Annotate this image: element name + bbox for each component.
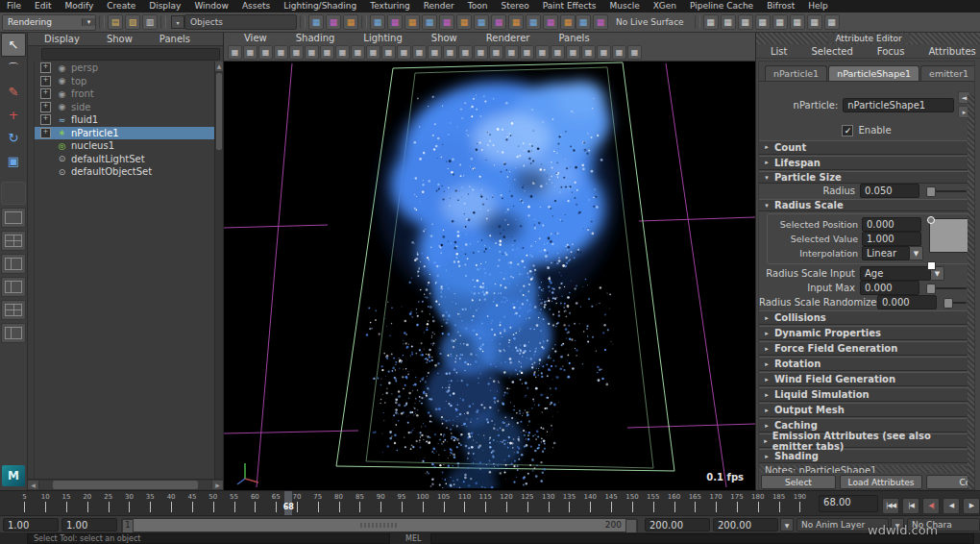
attr-section-header[interactable]: ▸ Count xyxy=(759,140,974,155)
viewport-menu-item[interactable]: Show xyxy=(425,32,464,44)
attr-editor-menu-item[interactable]: Attributes xyxy=(921,45,980,58)
menu-item[interactable]: Toon xyxy=(461,0,495,12)
gate-mask-icon[interactable]: ▦ xyxy=(504,45,519,60)
render-view-icon[interactable]: ▦ xyxy=(703,14,719,30)
tool-button[interactable]: ↖ xyxy=(1,33,26,57)
persp-graph-layout-button[interactable] xyxy=(1,277,26,297)
attr-editor-menu-item[interactable]: Selected xyxy=(804,45,859,58)
expand-toggle[interactable]: + xyxy=(40,128,51,138)
select-by-object-icon[interactable]: ▦ xyxy=(326,14,341,30)
smooth-shade-icon[interactable]: ▦ xyxy=(335,45,350,60)
rigid-body-icon[interactable]: ▦ xyxy=(593,14,608,30)
tool-button[interactable]: ⌒ xyxy=(2,58,25,80)
animation-start-field[interactable]: 1.00 xyxy=(3,518,59,532)
field-chart-icon[interactable]: ▦ xyxy=(474,45,488,60)
menu-item[interactable]: Create xyxy=(100,0,142,12)
tool-button[interactable]: ✎ xyxy=(2,81,25,103)
camera-attributes-icon[interactable]: ▦ xyxy=(228,45,242,60)
radius-scale-randomize-slider[interactable] xyxy=(944,302,967,304)
hypershade-icon[interactable]: ▦ xyxy=(790,14,805,30)
snap-grid-icon[interactable]: ▦ xyxy=(370,14,385,30)
selection-mask-dropdown[interactable]: ▾ xyxy=(171,15,184,29)
light-editor-icon[interactable]: ▦ xyxy=(807,14,822,30)
menu-item[interactable]: XGen xyxy=(647,0,683,12)
motion-blur-icon[interactable]: ▦ xyxy=(412,45,427,60)
viewport-menu-item[interactable]: Shading xyxy=(289,32,342,44)
menu-item[interactable]: Help xyxy=(801,0,835,12)
last-tool-slot[interactable] xyxy=(1,182,26,205)
use-lights-icon[interactable]: ▦ xyxy=(366,45,380,60)
attr-section-header[interactable]: ▸ Output Mesh xyxy=(759,403,974,417)
step-back-frame-button[interactable]: |◀ xyxy=(902,498,919,514)
input-max-field[interactable]: 0.000 xyxy=(860,281,919,295)
play-forwards-button[interactable]: ▶ xyxy=(963,498,980,514)
playback-end-field[interactable]: 200.00 xyxy=(645,518,710,532)
tool-button[interactable]: ↻ xyxy=(2,127,25,149)
notes-section[interactable]: Notes: nParticleShape1 xyxy=(759,465,974,473)
camera-lock-icon[interactable]: ▦ xyxy=(305,45,319,60)
command-mode-label[interactable]: MEL xyxy=(405,534,421,543)
construction-history-icon[interactable]: ▦ xyxy=(508,14,524,30)
menu-item[interactable]: Render xyxy=(417,0,461,12)
chevron-down-icon[interactable]: ▼ xyxy=(910,246,923,260)
menu-item[interactable]: Pipeline Cache xyxy=(683,0,760,12)
xray-joints-icon[interactable]: ▦ xyxy=(581,45,596,60)
attr-section-header[interactable]: ▸ Liquid Simulation xyxy=(759,387,974,402)
outliner-filter-field[interactable] xyxy=(41,48,220,61)
image-plane-icon[interactable]: ▦ xyxy=(258,45,273,60)
outliner-menu-item[interactable]: Display xyxy=(37,33,86,45)
expand-toggle[interactable]: + xyxy=(40,102,51,112)
outliner-item[interactable]: ⊙ defaultLightSet xyxy=(35,153,223,166)
outliner-horizontal-scrollbar[interactable]: ◀ ▶ xyxy=(28,479,223,490)
snap-point-icon[interactable]: ▦ xyxy=(404,14,420,30)
screen-ao-icon[interactable]: ▦ xyxy=(397,45,411,60)
attr-editor-tab[interactable]: nParticle1 xyxy=(765,65,827,81)
step-back-key-button[interactable]: ◀| xyxy=(922,498,940,514)
attr-section-header[interactable]: ▸ Collisions xyxy=(759,310,974,325)
attr-section-header[interactable]: ▸ Emission Attributes (see also emitter … xyxy=(759,433,974,448)
attribute-editor-title-bar[interactable]: Attribute Editor xyxy=(756,32,980,44)
menu-item[interactable]: Lighting/Shading xyxy=(277,0,363,12)
outliner-vertical-scrollbar[interactable]: ▲ xyxy=(214,62,223,479)
highlight-selection-icon[interactable]: ▦ xyxy=(551,45,565,60)
ramp-key-marker[interactable] xyxy=(927,216,935,224)
safe-action-icon[interactable]: ▦ xyxy=(520,45,534,60)
play-backwards-button[interactable]: ◀ xyxy=(943,498,960,514)
input-max-slider[interactable] xyxy=(927,287,967,289)
animation-end-field[interactable]: 200.00 xyxy=(713,518,778,532)
menu-item[interactable]: Muscle xyxy=(603,0,647,12)
output-connections-icon[interactable]: ▦ xyxy=(491,14,506,30)
radius-field[interactable]: 0.050 xyxy=(860,184,919,198)
interpolation-dropdown[interactable]: Linear ▼ xyxy=(862,246,923,260)
menu-item[interactable]: Assets xyxy=(235,0,277,12)
expand-toggle[interactable]: + xyxy=(40,114,51,125)
scroll-right-icon[interactable]: ▶ xyxy=(212,481,223,489)
load-attributes-button[interactable]: Load Attributes xyxy=(840,475,922,489)
safe-title-icon[interactable]: ▦ xyxy=(535,45,550,60)
select-by-hierarchy-icon[interactable]: ▦ xyxy=(308,14,324,30)
multisample-icon[interactable]: ▦ xyxy=(428,45,442,60)
menu-item[interactable]: Bifrost xyxy=(760,0,801,12)
four-pane-layout-button[interactable] xyxy=(1,231,26,251)
persp-outliner-layout-button[interactable] xyxy=(1,254,26,274)
range-grip[interactable] xyxy=(360,523,399,528)
magnet-live-icon[interactable]: ▦ xyxy=(576,14,591,30)
expand-toggle[interactable]: + xyxy=(40,88,51,99)
chevron-down-icon[interactable]: ▾ xyxy=(82,18,95,26)
timeline-scrubber[interactable]: 5101520253035404550556065707580859095100… xyxy=(0,491,813,516)
attr-editor-tab[interactable]: nParticleShape1 xyxy=(828,65,919,81)
menu-set-selector[interactable]: Rendering ▾ xyxy=(2,14,96,31)
chevron-down-icon[interactable]: ▼ xyxy=(780,518,794,532)
outliner-item[interactable]: + ◉ side xyxy=(35,101,223,114)
attr-editor-menu-item[interactable]: Focus xyxy=(870,45,912,58)
outliner-item[interactable]: + ◉ front xyxy=(35,87,223,101)
launch-render-icon[interactable]: ▦ xyxy=(772,14,788,30)
select-by-component-icon[interactable]: ▦ xyxy=(343,14,358,30)
attr-section-header[interactable]: ▸ Lifespan xyxy=(759,156,974,170)
outliner-item[interactable]: ⊙ defaultObjectSet xyxy=(35,165,223,179)
2d-pan-zoom-icon[interactable]: ▦ xyxy=(274,45,288,60)
viewport-menu-item[interactable]: Renderer xyxy=(479,32,537,44)
view-transform-icon[interactable]: ▦ xyxy=(627,45,642,60)
particle-size-section-header[interactable]: ▾ Particle Size xyxy=(759,171,974,184)
bookmarks-icon[interactable]: ▦ xyxy=(243,45,257,60)
